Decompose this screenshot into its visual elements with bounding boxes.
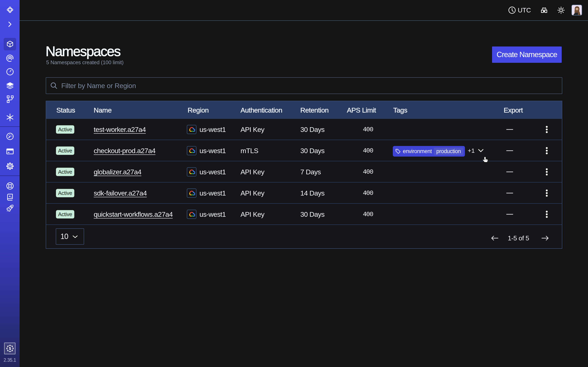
svg-text:$: $ bbox=[9, 346, 11, 351]
